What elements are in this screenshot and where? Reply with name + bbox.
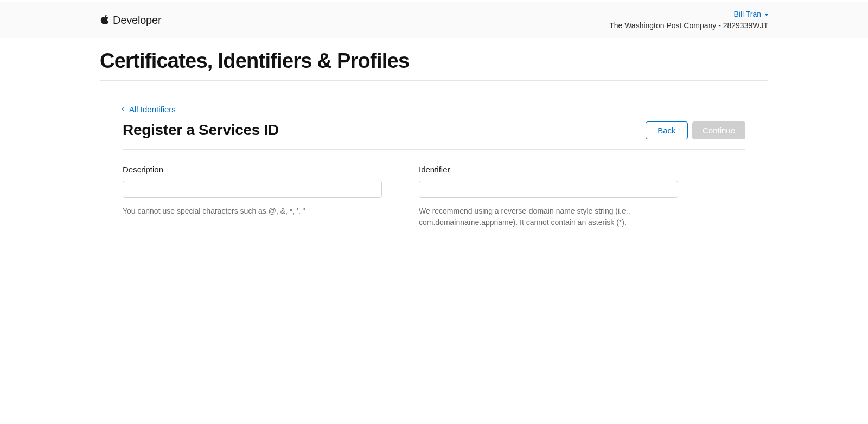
identifier-label: Identifier — [419, 165, 678, 174]
all-identifiers-link[interactable]: All Identifiers — [123, 105, 176, 114]
description-column: Description You cannot use special chara… — [123, 165, 382, 229]
section-title: Certificates, Identifiers & Profiles — [100, 49, 768, 73]
breadcrumb: All Identifiers — [123, 104, 745, 114]
global-header: Developer Bill Tran The Washington Post … — [0, 2, 868, 38]
account-name-dropdown[interactable]: Bill Tran — [733, 9, 768, 20]
section-title-wrap: Certificates, Identifiers & Profiles — [100, 38, 768, 81]
identifier-column: Identifier We recommend using a reverse-… — [419, 165, 678, 229]
page-header-row: Register a Services ID Back Continue — [123, 121, 745, 150]
description-hint: You cannot use special characters such a… — [123, 205, 382, 217]
chevron-left-icon — [122, 107, 126, 111]
chevron-down-icon — [765, 14, 768, 16]
identifier-input[interactable] — [419, 181, 678, 198]
description-input[interactable] — [123, 181, 382, 198]
page-title: Register a Services ID — [123, 121, 279, 139]
developer-brand[interactable]: Developer — [100, 14, 161, 27]
button-row: Back Continue — [646, 121, 745, 139]
account-block: Bill Tran The Washington Post Company - … — [609, 9, 768, 31]
account-org-label: The Washington Post Company - 2829339WJT — [609, 20, 768, 31]
form-row: Description You cannot use special chara… — [123, 165, 745, 229]
brand-text: Developer — [113, 14, 161, 27]
account-name-label: Bill Tran — [733, 9, 761, 20]
apple-logo-icon — [100, 14, 110, 25]
breadcrumb-label: All Identifiers — [129, 105, 176, 114]
back-button[interactable]: Back — [646, 121, 688, 139]
identifier-hint: We recommend using a reverse-domain name… — [419, 205, 678, 229]
continue-button[interactable]: Continue — [692, 121, 745, 139]
description-label: Description — [123, 165, 382, 174]
